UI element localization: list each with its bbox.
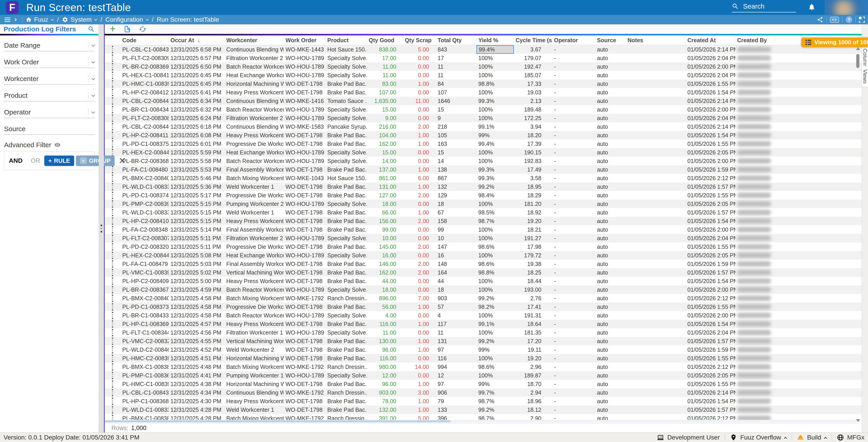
cell-source[interactable]: auto — [595, 320, 626, 328]
cell-operator[interactable]: - — [552, 139, 595, 148]
cell-source[interactable]: auto — [595, 122, 626, 131]
cell-product[interactable]: Brake Pad Bac... — [326, 303, 367, 311]
cell-qty_good[interactable]: 903.00 — [367, 388, 403, 397]
cell-notes[interactable] — [626, 388, 686, 397]
cell-created_at[interactable]: 01/05/2026 2:14 PM — [686, 45, 735, 54]
cell-total_qty[interactable]: 67 — [436, 208, 476, 217]
cell-product[interactable]: Brake Pad Bac... — [326, 225, 367, 234]
cell-work_order[interactable]: WO-DET-1798 — [284, 303, 326, 311]
cell-work_order[interactable]: WO-HOU-1789 — [284, 328, 326, 337]
cell-created_by[interactable] — [735, 405, 775, 414]
filter-work-order[interactable]: Work Order — [4, 58, 94, 68]
cell-workcenter[interactable]: Filtration Workcenter 2 — [224, 54, 284, 62]
cell-product[interactable]: Brake Pad Bac... — [326, 139, 367, 148]
cell-notes[interactable] — [626, 311, 686, 320]
column-header-occur_at[interactable]: Occur At↓ — [168, 37, 224, 43]
cell-occur_at[interactable]: 12/31/2025 5:11 PM — [168, 234, 224, 242]
cell-created_at[interactable]: 01/05/2026 2:00 PM — [686, 285, 735, 294]
cell-total_qty[interactable]: 9 — [436, 114, 476, 122]
cell-notes[interactable] — [626, 234, 686, 242]
cell-total_qty[interactable]: 11 — [436, 328, 476, 337]
cell-created_by[interactable] — [735, 234, 775, 242]
column-header-qty_good[interactable]: Qty Good — [367, 37, 403, 43]
column-header-work_order[interactable]: Work Order — [284, 37, 326, 43]
cell-qty_good[interactable]: 980.00 — [367, 363, 403, 371]
cell-cycle_time[interactable]: 19.20 — [514, 217, 552, 225]
cell-source[interactable]: auto — [595, 251, 626, 260]
cell-work_order[interactable]: WO-DET-1798 — [284, 354, 326, 363]
cell-product[interactable]: Brake Pad Bac... — [326, 405, 367, 414]
row-drag-handle[interactable] — [105, 234, 121, 242]
cell-created_by[interactable] — [735, 328, 775, 337]
cell-operator[interactable]: - — [552, 71, 595, 79]
row-drag-handle[interactable] — [105, 303, 121, 311]
scrollbar-thumb[interactable] — [105, 420, 451, 422]
cell-operator[interactable]: - — [552, 268, 595, 277]
cell-product[interactable]: Brake Pad Bac... — [326, 88, 367, 97]
cell-source[interactable]: auto — [595, 200, 626, 208]
cell-qty_good[interactable]: 131.00 — [367, 182, 403, 191]
cell-code[interactable]: PL-CBL-C1-008439 — [121, 45, 168, 54]
cell-created_at[interactable]: 01/05/2026 1:55 PM — [686, 242, 735, 251]
cell-operator[interactable]: - — [552, 371, 595, 380]
cell-workcenter[interactable]: Filtration Workcenter 1 — [224, 328, 284, 337]
cell-occur_at[interactable]: 12/31/2025 6:45 PM — [168, 71, 224, 79]
cell-yield[interactable]: 98.6% — [476, 260, 514, 268]
cell-yield[interactable]: 100% — [476, 200, 514, 208]
cell-cycle_time[interactable]: 17.20 — [514, 337, 552, 345]
row-drag-handle[interactable] — [105, 165, 121, 174]
cell-qty_scrap[interactable]: 0.00 — [403, 114, 436, 122]
cell-qty_scrap[interactable]: 0.00 — [403, 62, 436, 71]
cell-qty_good[interactable]: 11.00 — [367, 62, 403, 71]
row-drag-handle[interactable] — [105, 105, 121, 114]
row-drag-handle[interactable] — [105, 260, 121, 268]
cell-created_by[interactable] — [735, 165, 775, 174]
export-icon[interactable] — [123, 25, 131, 33]
cell-qty_good[interactable]: 96.00 — [367, 345, 403, 354]
cell-product[interactable]: Ranch Dressin... — [326, 388, 367, 397]
column-header-operator[interactable]: Operator — [552, 37, 595, 43]
cell-source[interactable]: auto — [595, 131, 626, 139]
cell-code[interactable]: PL-PMP-C1-008369 — [121, 371, 168, 380]
cell-workcenter[interactable]: Filtration Workcenter 2 — [224, 234, 284, 242]
cell-yield[interactable]: 98.2% — [476, 303, 514, 311]
cell-code[interactable]: PL-BR-C2-008368 — [121, 157, 168, 165]
cell-occur_at[interactable]: 12/31/2025 4:52 PM — [168, 345, 224, 354]
cell-occur_at[interactable]: 12/31/2025 5:08 PM — [168, 251, 224, 260]
cell-qty_good[interactable]: 56.00 — [367, 303, 403, 311]
row-drag-handle[interactable] — [105, 345, 121, 354]
cell-cycle_time[interactable]: 185.07 — [514, 71, 552, 79]
cell-yield[interactable]: 99% — [476, 131, 514, 139]
cell-created_by[interactable] — [735, 157, 775, 165]
fuuz-logo[interactable]: F — [6, 1, 19, 14]
cell-qty_good[interactable]: 145.00 — [367, 242, 403, 251]
cell-yield[interactable]: 100% — [476, 277, 514, 285]
cell-cycle_time[interactable]: 18.12 — [514, 405, 552, 414]
cell-source[interactable]: auto — [595, 62, 626, 71]
cell-source[interactable]: auto — [595, 88, 626, 97]
row-drag-handle[interactable] — [105, 371, 121, 380]
filter-operator[interactable]: Operator — [4, 108, 94, 118]
cell-yield[interactable]: 100% — [476, 62, 514, 71]
cell-created_at[interactable]: 01/05/2026 2:04 PM — [686, 114, 735, 122]
cell-qty_good[interactable]: 16.00 — [367, 251, 403, 260]
row-drag-handle[interactable] — [105, 174, 121, 182]
cell-operator[interactable]: - — [552, 260, 595, 268]
cell-operator[interactable]: - — [552, 182, 595, 191]
cell-created_by[interactable] — [735, 388, 775, 397]
cell-created_at[interactable]: 01/05/2026 2:12 PM — [686, 174, 735, 182]
cell-yield[interactable]: 99.1% — [476, 122, 514, 131]
cell-occur_at[interactable]: 12/31/2025 6:01 PM — [168, 139, 224, 148]
cell-notes[interactable] — [626, 371, 686, 380]
cell-occur_at[interactable]: 12/31/2025 6:08 PM — [168, 131, 224, 139]
cell-cycle_time[interactable]: 18.21 — [514, 225, 552, 234]
cell-created_by[interactable] — [735, 268, 775, 277]
cell-notes[interactable] — [626, 251, 686, 260]
cell-workcenter[interactable]: Vertical Machining Workcenter... — [224, 268, 284, 277]
cell-work_order[interactable]: WO-DET-1798 — [284, 337, 326, 345]
cell-cycle_time[interactable]: 18.29 — [514, 191, 552, 200]
cell-qty_good[interactable]: 127.00 — [367, 191, 403, 200]
cell-created_by[interactable] — [735, 200, 775, 208]
cell-product[interactable]: Brake Pad Bac... — [326, 320, 367, 328]
cell-yield[interactable]: 100% — [476, 157, 514, 165]
